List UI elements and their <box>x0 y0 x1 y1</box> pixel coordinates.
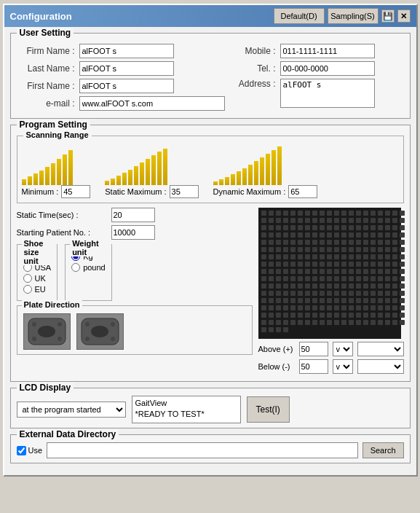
shoe-eu-label: EU <box>35 285 46 294</box>
grid-dot <box>400 320 405 325</box>
grid-dot <box>320 240 325 245</box>
grid-dot <box>320 276 325 281</box>
grid-dot <box>392 305 397 310</box>
grid-dot <box>363 291 368 296</box>
last-name-row: Last Name : <box>17 61 225 76</box>
svg-point-8 <box>85 322 90 326</box>
grid-dot <box>349 276 354 281</box>
above-input[interactable] <box>299 342 328 356</box>
static-max-input[interactable] <box>170 185 199 198</box>
grid-dot <box>290 291 296 296</box>
grid-dot <box>290 225 296 230</box>
min-label: Minimum : <box>22 187 59 196</box>
bar <box>111 179 115 185</box>
use-checkbox-label[interactable]: Use <box>17 446 43 455</box>
grid-dot <box>341 232 346 238</box>
svg-point-10 <box>85 337 90 341</box>
grid-dot <box>392 232 397 238</box>
plate-svg-1 <box>27 317 67 346</box>
grid-dot <box>305 276 310 281</box>
grid-dot <box>341 313 346 318</box>
first-name-row: First Name : <box>17 79 225 93</box>
grid-dot <box>269 232 274 238</box>
above-v-select[interactable]: v <box>333 342 353 356</box>
mobile-input[interactable] <box>280 44 375 58</box>
bar <box>68 150 73 185</box>
above-channel-select[interactable] <box>357 342 404 356</box>
grid-dot <box>392 269 397 274</box>
grid-dot <box>261 232 266 238</box>
grid-dot <box>356 298 361 303</box>
grid-dot <box>371 254 376 259</box>
address-input[interactable]: alFOOT s <box>280 79 375 108</box>
weight-pound-radio[interactable] <box>71 263 80 272</box>
shoe-uk-option[interactable]: UK <box>23 274 52 283</box>
path-input[interactable] <box>47 442 358 458</box>
static-time-row: Static Time(sec) : <box>17 208 253 222</box>
grid-dot <box>261 269 266 274</box>
min-input[interactable] <box>61 185 90 198</box>
grid-dot <box>385 218 390 223</box>
grid-dot <box>363 254 368 259</box>
last-name-input[interactable] <box>79 61 174 76</box>
grid-dot <box>320 291 325 296</box>
below-v-select[interactable]: v <box>333 359 353 374</box>
grid-dot <box>371 298 376 303</box>
grid-dot <box>290 218 296 223</box>
shoe-eu-radio[interactable] <box>23 285 32 294</box>
grid-dot <box>334 291 339 296</box>
save-button[interactable]: 💾 <box>381 9 395 23</box>
grid-dot <box>269 313 274 318</box>
grid-dot <box>363 225 368 230</box>
grid-dot <box>290 211 296 216</box>
below-input[interactable] <box>299 359 328 374</box>
grid-dot <box>349 247 354 252</box>
grid-dot <box>327 291 332 296</box>
bar <box>122 173 127 185</box>
bar <box>45 167 49 185</box>
grid-dot <box>385 254 390 259</box>
grid-dot <box>327 313 332 318</box>
program-left: Static Time(sec) : Starting Patient No. … <box>17 208 253 377</box>
default-button[interactable]: Default(D) <box>274 8 325 24</box>
firm-name-label: Firm Name : <box>17 46 75 56</box>
close-button[interactable]: ✕ <box>397 9 411 23</box>
grid-dot <box>363 305 368 310</box>
weight-pound-option[interactable]: pound <box>71 263 106 272</box>
static-time-input[interactable] <box>111 208 155 222</box>
first-name-label: First Name : <box>17 81 75 91</box>
lcd-dropdown[interactable]: at the program started <box>17 402 126 418</box>
firm-name-input[interactable] <box>79 44 174 58</box>
bar <box>116 176 121 185</box>
grid-dot <box>261 247 266 252</box>
grid-dot <box>305 262 310 267</box>
test-button[interactable]: Test(I) <box>247 396 290 423</box>
grid-dot <box>276 269 281 274</box>
svg-point-3 <box>58 322 62 326</box>
first-name-input[interactable] <box>79 79 174 93</box>
below-channel-select[interactable] <box>357 359 404 374</box>
starting-patient-input[interactable] <box>111 225 155 240</box>
grid-dot <box>312 247 317 252</box>
shoe-eu-option[interactable]: EU <box>23 285 52 294</box>
grid-dot <box>269 225 274 230</box>
plate-direction-title: Plate Direction <box>22 300 82 309</box>
grid-dot <box>392 320 397 325</box>
grid-dot <box>312 320 317 325</box>
shoe-uk-radio[interactable] <box>23 274 32 283</box>
min-chart-group: Minimum : <box>22 150 91 198</box>
sampling-button[interactable]: Sampling(S) <box>328 8 379 24</box>
grid-dot <box>334 269 339 274</box>
tel-input[interactable] <box>280 61 375 76</box>
grid-dot <box>298 254 303 259</box>
search-button[interactable]: Search <box>362 442 404 458</box>
email-input[interactable] <box>79 96 225 111</box>
grid-dot <box>363 283 368 289</box>
bar <box>157 152 162 185</box>
grid-dot <box>349 283 354 289</box>
grid-dot <box>385 305 390 310</box>
dynamic-max-input[interactable] <box>288 185 317 198</box>
use-checkbox[interactable] <box>17 446 26 455</box>
grid-dot <box>283 247 288 252</box>
svg-point-2 <box>32 322 36 326</box>
